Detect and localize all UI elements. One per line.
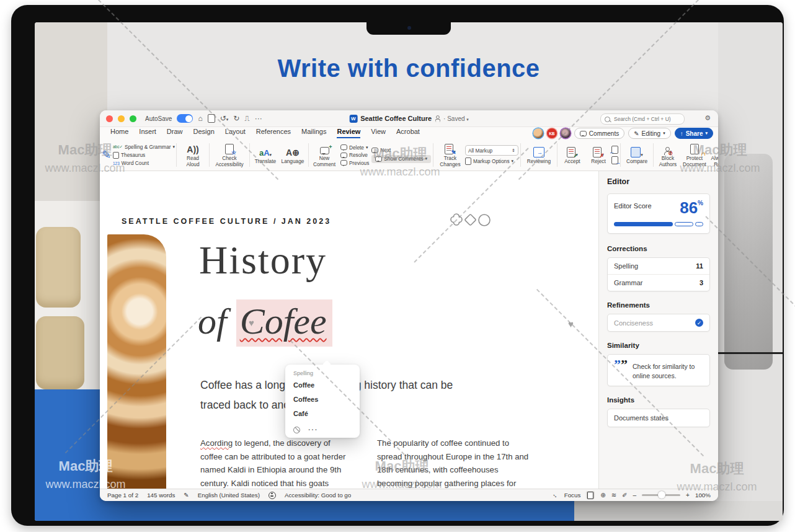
protect-document-button[interactable]: Protect Document: [680, 141, 709, 169]
home-icon[interactable]: ⌂: [198, 115, 202, 122]
suggestion-coffee[interactable]: Coffee: [293, 381, 352, 389]
wallpaper-shelf-edge: [718, 352, 783, 354]
draft-view-button[interactable]: ✐: [622, 492, 627, 499]
document-page[interactable]: SEATTLE COFFEE CULTURE / JAN 2023 Histor…: [100, 171, 598, 489]
next-change-icon[interactable]: →: [611, 156, 618, 164]
close-window-button[interactable]: [106, 115, 113, 122]
suggestion-coffees[interactable]: Coffees: [293, 396, 352, 403]
language-status[interactable]: English (United States): [198, 492, 260, 499]
web-layout-view-button[interactable]: ⊕: [600, 492, 605, 499]
proofing-status-icon[interactable]: ✎: [184, 492, 189, 499]
next-comment-button[interactable]: Next: [371, 147, 391, 153]
correction-row-grammar[interactable]: Grammar3: [608, 274, 709, 291]
body-column-right: The popularity of coffee continued to sp…: [377, 437, 535, 489]
editor-panel: Editor Editor Score 86% Corrections: [598, 171, 718, 489]
new-comment-button[interactable]: + New Comment: [311, 141, 338, 169]
tab-review[interactable]: Review: [337, 128, 360, 138]
previous-comment-button[interactable]: Previous: [340, 160, 369, 166]
redo-icon[interactable]: ↻: [233, 115, 239, 122]
pencil-icon: ✎: [634, 130, 639, 137]
zoom-out-button[interactable]: –: [633, 492, 637, 499]
similarity-card[interactable]: ”” Check for similarity to online source…: [607, 354, 710, 386]
outline-view-button[interactable]: ≋: [611, 492, 616, 499]
misspelled-word[interactable]: Acording: [200, 438, 233, 448]
avatar[interactable]: KB: [547, 128, 557, 138]
read-aloud-button[interactable]: A)) Read Aloud: [179, 141, 207, 169]
track-changes-button[interactable]: ✎▾ Track Changes: [435, 141, 465, 169]
compare-button[interactable]: ▾ Compare: [623, 144, 651, 166]
proofing-group: ✎ abc✓Spelling & Grammar▾ Thesaurus 123W…: [102, 141, 174, 169]
saved-status: · Saved ▾: [443, 115, 469, 122]
delete-comment-button[interactable]: Delete▾: [340, 144, 368, 151]
tab-home[interactable]: Home: [110, 128, 128, 138]
language-button[interactable]: A⊕ Language: [279, 144, 306, 166]
resolve-comment-button[interactable]: Resolve: [340, 152, 368, 158]
language-group: aA▾ Translate A⊕ Language: [252, 141, 306, 169]
tab-mailings[interactable]: Mailings: [301, 128, 326, 138]
settings-icon[interactable]: ⚙: [704, 114, 711, 122]
print-layout-view-button[interactable]: [586, 491, 595, 499]
body-column-left: Acording to legend, the discovery of cof…: [200, 437, 350, 489]
accept-change-button[interactable]: ✓▾ Accept: [559, 144, 585, 166]
editor-score-value: 86: [680, 198, 698, 217]
tab-layout[interactable]: Layout: [225, 128, 246, 138]
print-icon[interactable]: ⎍: [244, 115, 249, 122]
search-input[interactable]: [613, 115, 680, 123]
share-button[interactable]: ↑ Share▾: [675, 128, 713, 139]
document-kicker: SEATTLE COFFEE CULTURE / JAN 2023: [122, 217, 331, 226]
markup-options-button[interactable]: Markup Options▾: [465, 157, 513, 165]
avatar[interactable]: [533, 128, 543, 138]
page-indicator[interactable]: Page 1 of 2: [107, 492, 138, 499]
translate-button[interactable]: aA▾ Translate: [252, 144, 279, 166]
word-count-status[interactable]: 145 words: [147, 492, 175, 499]
tab-acrobat[interactable]: Acrobat: [396, 128, 420, 138]
show-comments-button[interactable]: Show Comments▾: [371, 155, 431, 163]
suggestion-cafe[interactable]: Café: [293, 410, 352, 417]
shared-people-icon[interactable]: [435, 115, 440, 122]
document-headline-2: of Cofee: [198, 300, 332, 343]
ignore-icon[interactable]: [293, 427, 300, 433]
accessibility-status[interactable]: Accessibility: Good to go: [285, 492, 351, 499]
editor-score-label: Editor Score: [614, 200, 652, 210]
avatar[interactable]: [561, 128, 571, 138]
zoom-in-button[interactable]: +: [686, 492, 690, 499]
reviewing-pane-button[interactable]: → Reviewing: [523, 144, 555, 166]
focus-button[interactable]: Focus: [564, 492, 581, 499]
share-icon: ↑: [680, 130, 683, 137]
search-box[interactable]: [600, 113, 685, 125]
block-authors-button[interactable]: ⊘▾ Block Authors: [655, 141, 680, 169]
check-accessibility-button[interactable]: ☆ Check Accessibility: [211, 141, 247, 169]
tab-draw[interactable]: Draw: [167, 128, 183, 138]
popup-title: Spelling: [293, 370, 352, 376]
previous-change-icon[interactable]: ←: [611, 146, 618, 154]
zoom-level[interactable]: 100%: [695, 492, 711, 499]
translate-icon: aA: [259, 148, 270, 157]
minimize-window-button[interactable]: [118, 115, 125, 122]
spelling-grammar-button[interactable]: abc✓Spelling & Grammar▾: [113, 144, 175, 150]
editor-pane-icon[interactable]: ✎: [102, 149, 111, 161]
zoom-window-button[interactable]: [130, 115, 136, 122]
thesaurus-button[interactable]: Thesaurus: [113, 152, 145, 159]
zoom-slider-knob[interactable]: [658, 491, 665, 499]
more-options-icon[interactable]: ···: [308, 424, 318, 435]
autosave-toggle[interactable]: [177, 114, 193, 123]
reviewing-group: → Reviewing: [523, 141, 555, 169]
tab-insert[interactable]: Insert: [139, 128, 156, 138]
reject-change-button[interactable]: ✗▾ Reject: [585, 144, 611, 166]
always-open-read-only-button[interactable]: ✎⊘ Always Open Read-Only: [709, 141, 718, 169]
insights-card[interactable]: Documents states: [607, 409, 710, 427]
word-count-button[interactable]: 123Word Count: [113, 160, 149, 166]
editing-mode-button[interactable]: ✎ Editing▾: [628, 128, 670, 139]
zoom-slider[interactable]: [642, 494, 680, 496]
correction-row-spelling[interactable]: Spelling11: [608, 258, 709, 274]
wallpaper-bread: [36, 316, 84, 389]
tab-references[interactable]: References: [256, 128, 291, 138]
tab-design[interactable]: Design: [193, 128, 215, 138]
markup-select[interactable]: All Markup⇕: [465, 145, 518, 156]
save-icon[interactable]: [208, 114, 215, 123]
comments-button[interactable]: Comments: [574, 128, 624, 139]
more-toolbar-icon[interactable]: ···: [255, 115, 262, 122]
tab-view[interactable]: View: [371, 128, 386, 138]
refinement-row-conciseness[interactable]: Conciseness ✓: [607, 314, 710, 332]
undo-icon[interactable]: ↺▾: [220, 115, 229, 122]
